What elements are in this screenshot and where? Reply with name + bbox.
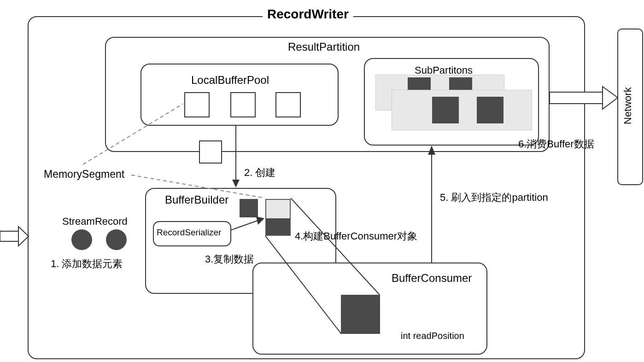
input-arrow	[0, 225, 30, 248]
localbufferpool-title: LocalBufferPool	[191, 74, 269, 87]
record-circle	[71, 229, 92, 250]
svg-rect-2	[550, 92, 603, 104]
step1-label: 1. 添加数据元素	[51, 257, 123, 271]
svg-marker-7	[256, 216, 264, 225]
partition-card-front	[392, 90, 532, 130]
readposition-label: int readPosition	[401, 331, 464, 341]
step5-label: 5. 刷入到指定的partition	[440, 191, 548, 204]
svg-line-12	[83, 104, 183, 164]
svg-line-10	[291, 198, 380, 295]
svg-rect-0	[0, 231, 18, 241]
resultpartition-title: ResultPartition	[288, 41, 360, 53]
arrow-step5	[426, 146, 438, 265]
svg-line-11	[265, 236, 341, 334]
svg-marker-3	[603, 87, 618, 109]
record-circle	[106, 229, 127, 250]
partition-data	[432, 97, 459, 123]
buffer-small	[240, 199, 258, 217]
network-label: Network	[622, 87, 634, 124]
svg-line-13	[131, 175, 265, 198]
recordserializer-title: RecordSerializer	[157, 228, 221, 238]
bufferconsumer-title: BufferConsumer	[392, 272, 472, 285]
output-arrow	[550, 85, 619, 111]
partition-data	[477, 97, 503, 123]
dashed-memory	[83, 104, 286, 200]
diag-line-1	[265, 198, 385, 336]
svg-line-6	[230, 220, 259, 230]
step3-label: 3.复制数据	[205, 252, 254, 266]
svg-marker-1	[18, 227, 29, 246]
streamrecord-label: StreamRecord	[62, 216, 128, 228]
recordwriter-title: RecordWriter	[263, 7, 353, 22]
svg-marker-9	[428, 146, 435, 155]
step6-label: 6.消费Buffer数据	[518, 137, 594, 151]
arrow-step3	[230, 216, 267, 235]
